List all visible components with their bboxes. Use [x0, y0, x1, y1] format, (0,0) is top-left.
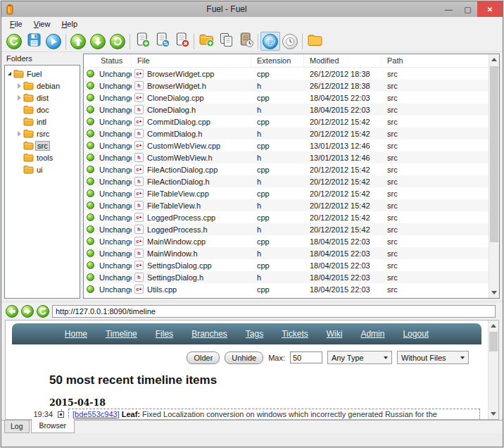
table-row[interactable]: Unchanged hSettingsDialog.h h 18/04/2015…: [84, 271, 499, 283]
nav-files[interactable]: Files: [156, 329, 173, 339]
titlebar[interactable]: Fuel - Fuel — ▢ ✕: [1, 1, 503, 17]
maximize-button[interactable]: ▢: [458, 1, 477, 17]
expanded-arrow-icon[interactable]: [8, 72, 11, 75]
folder-label: intl: [37, 118, 46, 126]
file-modified: 18/04/2015 22:03: [304, 285, 382, 294]
refresh-button[interactable]: [4, 32, 24, 51]
web-scrollbar[interactable]: [488, 321, 498, 419]
table-row[interactable]: Unchanged hCommitDialog.h h 20/12/2012 1…: [84, 127, 499, 139]
nav-logout[interactable]: Logout: [403, 329, 429, 339]
table-row[interactable]: Unchanged c+BrowserWidget.cpp cpp 26/12/…: [84, 68, 499, 80]
folder-item-debian[interactable]: debian: [5, 80, 80, 92]
nav-tickets[interactable]: Tickets: [282, 329, 308, 339]
tab-browser[interactable]: Browser: [31, 418, 75, 433]
table-row[interactable]: Unchanged c+LoggedProcess.cpp cpp 20/12/…: [84, 211, 499, 223]
open-workspace-button[interactable]: [305, 32, 325, 51]
nav-wiki[interactable]: Wiki: [327, 329, 343, 339]
table-row[interactable]: Unchanged c+Utils.cpp cpp 18/04/2015 22:…: [84, 283, 499, 295]
max-input[interactable]: [290, 351, 322, 363]
menu-file[interactable]: File: [4, 18, 28, 30]
folder-item-rsrc[interactable]: rsrc: [5, 127, 80, 139]
folder-tree: Fuel debian dist doc intl rsrc src tools: [4, 65, 80, 299]
nav-timeline[interactable]: Timeline: [106, 329, 137, 339]
menu-help[interactable]: Help: [56, 18, 83, 30]
commit-link[interactable]: [bde553c943]: [73, 410, 120, 418]
table-scrollbar[interactable]: [489, 54, 499, 298]
table-row[interactable]: Unchanged hFileTableView.h h 20/12/2012 …: [84, 199, 499, 211]
scrollbar-thumb[interactable]: [490, 66, 498, 242]
file-path: src: [382, 118, 499, 126]
folder-item-ui[interactable]: ui: [5, 163, 80, 175]
scroll-up-button[interactable]: [489, 321, 498, 331]
revert-files-button[interactable]: [152, 32, 172, 51]
table-row[interactable]: Unchanged hCloneDialog.h h 18/04/2015 22…: [84, 104, 499, 116]
folder-item-tools[interactable]: tools: [5, 151, 80, 163]
nav-home[interactable]: Home: [65, 329, 87, 339]
column-header-extension[interactable]: Extension: [251, 54, 304, 67]
scroll-up-button[interactable]: [489, 54, 499, 65]
type-filter-select[interactable]: Any Type: [327, 351, 392, 364]
files-filter-select[interactable]: Without Files: [397, 351, 469, 364]
push-button[interactable]: [68, 32, 88, 51]
table-row[interactable]: Unchanged hCustomWebView.h h 13/01/2013 …: [84, 151, 499, 163]
save-button[interactable]: [24, 32, 44, 51]
folder-item-intl[interactable]: intl: [5, 116, 80, 127]
table-row[interactable]: Unchanged hMainWindow.h h 18/04/2015 22:…: [84, 247, 499, 259]
nav-admin[interactable]: Admin: [360, 329, 384, 339]
table-row[interactable]: Unchanged hFileActionDialog.h h 20/12/20…: [84, 175, 499, 187]
older-button[interactable]: Older: [187, 351, 220, 364]
table-row[interactable]: Unchanged c+CloneDialog.cpp cpp 18/04/20…: [84, 92, 499, 104]
table-row[interactable]: Unchanged c+MainWindow.cpp cpp 18/04/201…: [84, 235, 499, 247]
nav-branches[interactable]: Branches: [191, 329, 227, 339]
file-extension: h: [251, 178, 304, 186]
delete-files-button[interactable]: [172, 32, 191, 51]
menu-view[interactable]: View: [28, 18, 56, 30]
folder-item-root[interactable]: Fuel: [5, 68, 80, 80]
folder-item-src[interactable]: src: [5, 139, 80, 151]
filetype-cpp-icon: c+: [134, 141, 144, 150]
table-row[interactable]: Unchanged hLoggedProcess.h h 20/12/2012 …: [84, 223, 499, 235]
bottom-tab-bar: LogBrowser: [1, 420, 503, 433]
table-row[interactable]: Unchanged c+SettingsDialog.cpp cpp 18/04…: [84, 259, 499, 271]
history-button[interactable]: [280, 32, 300, 51]
arrow-down-icon[interactable]: [491, 291, 497, 294]
folder-item-doc[interactable]: doc: [5, 104, 80, 116]
copy-button[interactable]: [216, 32, 236, 51]
arrow-down-icon[interactable]: [491, 412, 496, 416]
diff-button[interactable]: [44, 32, 63, 51]
reload-button[interactable]: [37, 305, 49, 318]
table-header: StatusFileExtensionModifiedPath: [84, 54, 499, 68]
collapsed-arrow-icon[interactable]: [18, 131, 21, 137]
table-row[interactable]: Unchanged hBrowserWidget.h h 26/12/2012 …: [84, 80, 499, 92]
pull-button[interactable]: [88, 32, 108, 51]
nav-tags[interactable]: Tags: [246, 329, 263, 339]
folder-item-dist[interactable]: dist: [5, 92, 80, 104]
clock-icon: [282, 34, 298, 49]
collapsed-arrow-icon[interactable]: [18, 83, 21, 89]
table-row[interactable]: Unchanged c+CustomWebView.cpp cpp 13/01/…: [84, 139, 499, 151]
forward-button[interactable]: [21, 305, 34, 318]
update-button[interactable]: [108, 32, 127, 51]
add-folder-button[interactable]: [196, 32, 216, 51]
tab-log[interactable]: Log: [4, 421, 30, 433]
column-header-file[interactable]: File: [132, 54, 251, 67]
stash-button[interactable]: [236, 32, 256, 51]
folder-label: ui: [37, 166, 43, 174]
table-row[interactable]: Unchanged c+FileTableView.cpp cpp 20/12/…: [84, 187, 499, 199]
filetype-h-icon: h: [134, 249, 144, 258]
table-row[interactable]: Unchanged c+FileActionDialog.cpp cpp 20/…: [84, 163, 499, 175]
scrollbar-thumb[interactable]: [489, 332, 498, 351]
status-unchanged-icon: [87, 273, 94, 281]
collapsed-arrow-icon[interactable]: [18, 95, 21, 101]
column-header-modified[interactable]: Modified: [304, 54, 382, 67]
column-header-path[interactable]: Path: [382, 54, 499, 67]
minimize-button[interactable]: —: [439, 1, 458, 17]
url-input[interactable]: [52, 305, 496, 318]
fossil-ui-button[interactable]: [260, 32, 280, 51]
unhide-button[interactable]: Unhide: [225, 351, 263, 364]
column-header-status[interactable]: Status: [84, 54, 132, 67]
table-row[interactable]: Unchanged c+CommitDialog.cpp cpp 20/12/2…: [84, 116, 499, 127]
add-files-button[interactable]: [132, 32, 152, 51]
back-button[interactable]: [6, 305, 18, 318]
close-button[interactable]: ✕: [477, 1, 503, 17]
